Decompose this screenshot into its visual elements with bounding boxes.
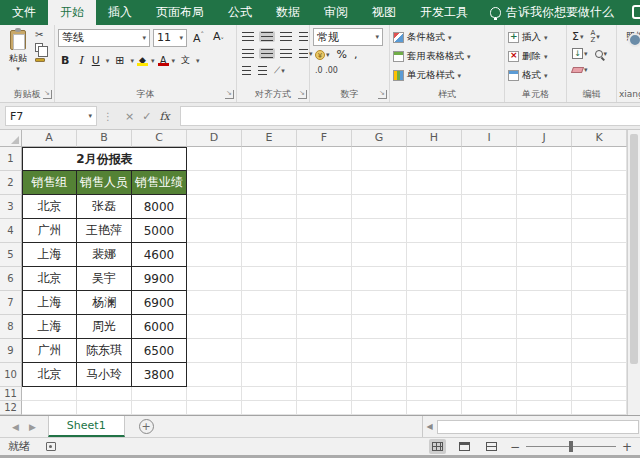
cut-icon[interactable]: ✂: [35, 30, 51, 40]
cell-B5[interactable]: 裴娜: [77, 243, 132, 267]
cell-G7[interactable]: [352, 291, 407, 315]
camera-button[interactable]: 照相机: [620, 30, 640, 43]
cell-F3[interactable]: [297, 195, 352, 219]
cell-C4[interactable]: 5000: [132, 219, 187, 243]
hscroll-left-arrow[interactable]: ◀: [423, 422, 436, 431]
cell-F2[interactable]: [297, 171, 352, 195]
orientation-button[interactable]: ⟋▾: [272, 64, 287, 77]
cell-A10[interactable]: 北京: [22, 363, 77, 387]
zoom-slider[interactable]: [526, 446, 616, 447]
sheet-tab-sheet1[interactable]: Sheet1: [48, 416, 125, 437]
fill-color-button[interactable]: ◆: [137, 56, 148, 66]
zoom-out-button[interactable]: −: [510, 440, 520, 454]
cell-H3[interactable]: [407, 195, 462, 219]
view-page-layout-button[interactable]: [456, 439, 473, 454]
column-header-I[interactable]: I: [462, 130, 517, 147]
column-header-D[interactable]: D: [187, 130, 242, 147]
cell-H4[interactable]: [407, 219, 462, 243]
accounting-format-button[interactable]: ¥▾: [313, 49, 332, 61]
cell-J9[interactable]: [517, 339, 572, 363]
column-header-K[interactable]: K: [572, 130, 627, 147]
bold-button[interactable]: B: [58, 54, 72, 67]
cell-I8[interactable]: [462, 315, 517, 339]
cell-D5[interactable]: [187, 243, 242, 267]
cell-K2[interactable]: [572, 171, 627, 195]
cell-C6[interactable]: 9900: [132, 267, 187, 291]
cell-G8[interactable]: [352, 315, 407, 339]
cell-I10[interactable]: [462, 363, 517, 387]
cell-A11[interactable]: [22, 387, 77, 401]
insert-function-button[interactable]: fx: [159, 110, 169, 123]
cell-K1[interactable]: [572, 147, 627, 171]
borders-button[interactable]: ⊞: [112, 54, 127, 67]
cell-B9[interactable]: 陈东琪: [77, 339, 132, 363]
cell-K8[interactable]: [572, 315, 627, 339]
decrease-indent-button[interactable]: [240, 65, 253, 76]
comma-button[interactable]: ,: [352, 47, 360, 62]
cell-E10[interactable]: [242, 363, 297, 387]
cell-H8[interactable]: [407, 315, 462, 339]
cell-I12[interactable]: [462, 401, 517, 415]
cell-F8[interactable]: [297, 315, 352, 339]
cell-C7[interactable]: 6900: [132, 291, 187, 315]
horizontal-scrollbar-thumb[interactable]: [437, 420, 639, 434]
number-format-combo[interactable]: 常规▾: [313, 28, 383, 46]
column-header-C[interactable]: C: [132, 130, 187, 147]
cell-A9[interactable]: 广州: [22, 339, 77, 363]
cell-H1[interactable]: [407, 147, 462, 171]
column-header-E[interactable]: E: [242, 130, 297, 147]
cell-D12[interactable]: [187, 401, 242, 415]
cell-E4[interactable]: [242, 219, 297, 243]
paste-button[interactable]: 粘贴 ▾: [3, 28, 33, 73]
cell-K3[interactable]: [572, 195, 627, 219]
view-page-break-button[interactable]: [483, 439, 500, 454]
fill-button[interactable]: ↓▾: [570, 47, 590, 60]
cell-E7[interactable]: [242, 291, 297, 315]
horizontal-scrollbar[interactable]: ◀: [422, 416, 640, 437]
cell-E2[interactable]: [242, 171, 297, 195]
cell-A5[interactable]: 上海: [22, 243, 77, 267]
font-name-combo[interactable]: 等线▾: [58, 29, 150, 47]
cell-D1[interactable]: [187, 147, 242, 171]
alignment-dialog-launcher[interactable]: ↘: [298, 90, 307, 99]
shrink-font-button[interactable]: Aˇ: [210, 30, 227, 45]
cell-A6[interactable]: 北京: [22, 267, 77, 291]
cell-K9[interactable]: [572, 339, 627, 363]
sort-filter-button[interactable]: AZ▾: [588, 29, 601, 45]
cell-J6[interactable]: [517, 267, 572, 291]
share-icon[interactable]: [632, 5, 640, 19]
phonetic-dropdown[interactable]: ▾: [196, 57, 200, 65]
cell-I2[interactable]: [462, 171, 517, 195]
cell-D9[interactable]: [187, 339, 242, 363]
cell-G12[interactable]: [352, 401, 407, 415]
column-header-H[interactable]: H: [407, 130, 462, 147]
cell-D7[interactable]: [187, 291, 242, 315]
cell-B12[interactable]: [77, 401, 132, 415]
cell-C8[interactable]: 6000: [132, 315, 187, 339]
cell-H5[interactable]: [407, 243, 462, 267]
cancel-button[interactable]: ×: [125, 110, 134, 123]
borders-dropdown[interactable]: ▾: [131, 57, 135, 65]
row-header-2[interactable]: 2: [0, 171, 22, 195]
cell-D4[interactable]: [187, 219, 242, 243]
cell-I3[interactable]: [462, 195, 517, 219]
cell-I6[interactable]: [462, 267, 517, 291]
zoom-in-button[interactable]: +: [622, 440, 632, 454]
vertical-scrollbar-thumb[interactable]: [630, 134, 638, 364]
cell-D2[interactable]: [187, 171, 242, 195]
cell-F12[interactable]: [297, 401, 352, 415]
italic-button[interactable]: I: [75, 54, 85, 67]
cell-A8[interactable]: 上海: [22, 315, 77, 339]
underline-dropdown[interactable]: ▾: [106, 57, 110, 65]
cell-J2[interactable]: [517, 171, 572, 195]
row-header-6[interactable]: 6: [0, 267, 22, 291]
insert-cells-button[interactable]: 插入▾: [508, 28, 563, 47]
cell-E11[interactable]: [242, 387, 297, 401]
cell-F11[interactable]: [297, 387, 352, 401]
cell-C11[interactable]: [132, 387, 187, 401]
cell-styles-button[interactable]: 单元格样式▾: [393, 66, 501, 85]
sheet-nav-prev[interactable]: ◀: [12, 422, 19, 432]
cell-D6[interactable]: [187, 267, 242, 291]
format-as-table-button[interactable]: 套用表格格式▾: [393, 47, 501, 66]
align-bottom-button[interactable]: [278, 31, 294, 42]
